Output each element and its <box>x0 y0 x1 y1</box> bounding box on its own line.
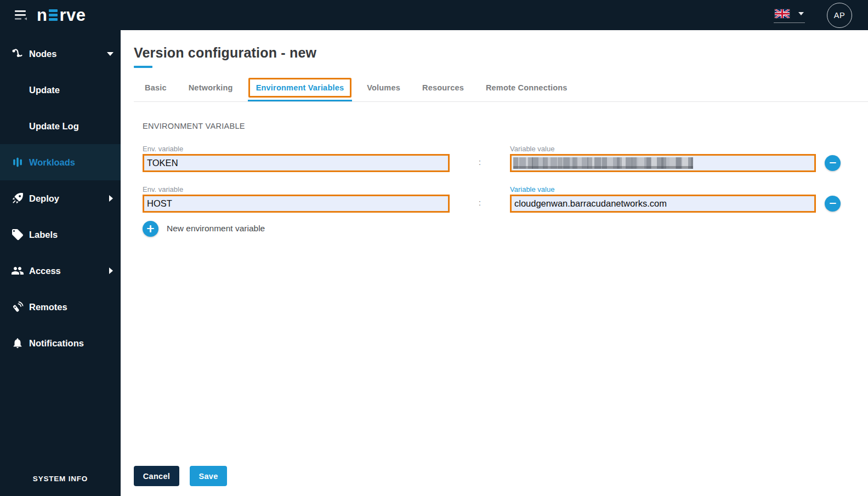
env-name-field: Env. variable <box>143 185 450 213</box>
env-value-field: Variable value <box>510 145 816 172</box>
sidebar-item-label: Remotes <box>29 302 67 312</box>
tab-remote-connections[interactable]: Remote Connections <box>475 83 578 92</box>
env-value-label: Variable value <box>510 185 816 193</box>
redacted-value <box>513 157 693 169</box>
chevron-right-icon <box>109 195 113 202</box>
cancel-button[interactable]: Cancel <box>134 466 179 486</box>
header-right: AP <box>774 3 852 28</box>
sidebar-item-label: Labels <box>29 230 58 240</box>
add-variable-label[interactable]: New environment variable <box>167 224 265 233</box>
colon-separator: : <box>450 198 510 213</box>
env-value-input[interactable] <box>512 198 814 209</box>
remote-control-icon <box>11 300 24 313</box>
env-name-input-box <box>143 154 450 172</box>
sidebar-item-deploy[interactable]: Deploy <box>0 180 121 216</box>
rocket-icon <box>11 192 24 205</box>
top-header: n rve AP <box>0 0 868 30</box>
colon-separator: : <box>450 158 510 172</box>
sidebar-item-access[interactable]: Access <box>0 253 121 289</box>
tab-environment-variables[interactable]: Environment Variables <box>248 78 352 98</box>
sidebar-item-update[interactable]: Update <box>0 72 121 108</box>
env-name-label: Env. variable <box>143 145 450 153</box>
save-button[interactable]: Save <box>190 466 227 486</box>
user-avatar[interactable]: AP <box>827 3 852 28</box>
env-value-input-box[interactable] <box>510 154 816 172</box>
sidebar-item-label: Deploy <box>29 193 59 204</box>
sidebar-item-update-log[interactable]: Update Log <box>0 108 121 144</box>
env-name-label: Env. variable <box>143 185 450 193</box>
sidebar-item-notifications[interactable]: Notifications <box>0 325 121 361</box>
title-accent-bar <box>134 66 152 68</box>
tab-networking[interactable]: Networking <box>178 83 244 92</box>
logo-e-bars-icon <box>49 9 58 21</box>
page-title: Version configuration - new <box>134 45 868 61</box>
nerve-logo: n rve <box>37 7 86 24</box>
sidebar-item-remotes[interactable]: Remotes <box>0 289 121 325</box>
env-value-label: Variable value <box>510 145 816 153</box>
environment-variables-section: ENVIRONMENT VARIABLE Env. variable : Var… <box>143 122 855 237</box>
tag-icon <box>11 228 24 241</box>
add-variable-row: New environment variable <box>143 221 855 237</box>
nodes-icon <box>11 47 24 60</box>
form-actions: Cancel Save <box>134 466 227 486</box>
chevron-down-icon <box>798 12 804 15</box>
sidebar-nav: Nodes Update Update Log Workloads <box>0 30 121 496</box>
tab-resources[interactable]: Resources <box>411 83 475 92</box>
env-name-input[interactable] <box>144 198 448 209</box>
workloads-icon <box>11 156 24 169</box>
sidebar-item-label: Workloads <box>29 157 75 168</box>
sidebar-item-nodes[interactable]: Nodes <box>0 36 121 72</box>
env-value-input-box <box>510 195 816 213</box>
env-variable-row: Env. variable : Variable value <box>143 145 855 172</box>
env-name-field: Env. variable <box>143 145 450 172</box>
sidebar-item-labels[interactable]: Labels <box>0 216 121 253</box>
sidebar-item-label: Access <box>29 266 61 276</box>
minus-icon <box>830 203 836 204</box>
main-content: Version configuration - new Basic Networ… <box>121 30 868 496</box>
env-variable-row: Env. variable : Variable value <box>143 185 855 213</box>
menu-toggle-icon[interactable] <box>15 10 27 21</box>
bell-icon <box>11 337 24 350</box>
chevron-right-icon <box>109 267 113 274</box>
logo-text-right: rve <box>59 7 86 24</box>
avatar-initials: AP <box>834 11 845 20</box>
chevron-down-icon <box>107 52 114 56</box>
section-heading: ENVIRONMENT VARIABLE <box>143 122 855 130</box>
users-icon <box>11 264 24 277</box>
plus-icon <box>147 225 154 232</box>
sidebar-item-label: Update <box>29 85 60 95</box>
tab-bar: Basic Networking Environment Variables V… <box>134 75 868 102</box>
minus-icon <box>830 162 836 164</box>
remove-variable-button[interactable] <box>825 196 841 212</box>
env-value-field: Variable value <box>510 185 816 213</box>
remove-variable-button[interactable] <box>825 155 841 171</box>
env-name-input-box <box>143 195 450 213</box>
uk-flag-icon <box>775 9 790 18</box>
sidebar-item-label: Nodes <box>29 49 56 59</box>
logo-text-left: n <box>37 7 47 24</box>
sidebar-item-label: Notifications <box>29 338 84 349</box>
sidebar-item-label: Update Log <box>29 121 79 132</box>
tab-volumes[interactable]: Volumes <box>356 83 411 92</box>
system-info-link[interactable]: SYSTEM INFO <box>0 475 121 483</box>
tab-basic[interactable]: Basic <box>134 83 178 92</box>
add-variable-button[interactable] <box>143 221 158 237</box>
sidebar-item-workloads[interactable]: Workloads <box>0 144 121 180</box>
language-selector[interactable] <box>774 7 805 23</box>
env-name-input[interactable] <box>144 158 448 168</box>
